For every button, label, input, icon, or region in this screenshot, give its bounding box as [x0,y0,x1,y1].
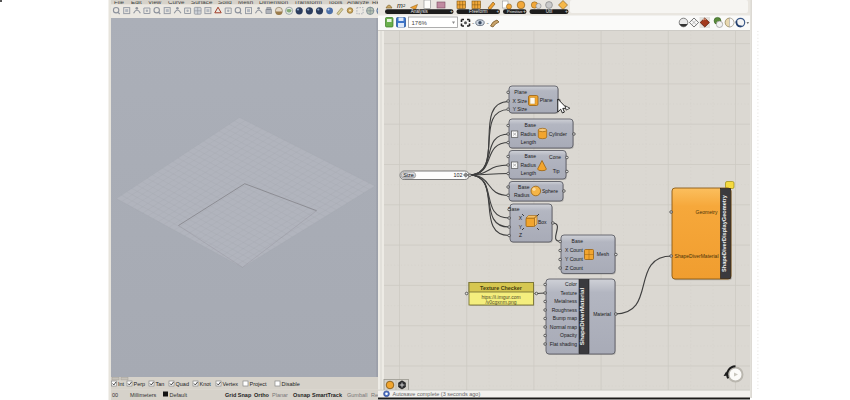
svg-text:Length: Length [521,139,537,145]
svg-text:Color: Color [565,281,577,287]
svg-text:m²: m² [397,2,406,9]
svg-text:Texture: Texture [561,290,578,296]
svg-text:Size: Size [403,172,414,178]
svg-text:Bump map: Bump map [553,315,577,321]
svg-text:Primitive: Primitive [507,9,523,14]
svg-text:Sphere: Sphere [542,188,558,194]
svg-text:Mesh: Mesh [597,251,609,257]
svg-text:176%: 176% [412,20,428,26]
svg-text:Roughness: Roughness [552,307,578,313]
svg-text:Util: Util [546,9,553,14]
svg-text:ShapeDiverDisplayGeometry: ShapeDiverDisplayGeometry [721,194,727,272]
svg-text:Normal map: Normal map [550,324,577,330]
svg-text:Autosave complete (3 seconds a: Autosave complete (3 seconds ago) [393,391,481,397]
svg-text:Geometry: Geometry [696,209,718,215]
svg-text:/v0cgxnm.png: /v0cgxnm.png [485,299,516,305]
svg-text:00: 00 [112,392,118,398]
svg-text:Quad: Quad [176,381,189,387]
svg-text:Radius: Radius [520,131,536,137]
svg-text:Gumball: Gumball [347,392,367,398]
svg-text:Perp: Perp [134,381,146,387]
svg-text:Project: Project [250,381,268,387]
svg-text:Analysis: Analysis [411,9,429,14]
svg-text:Default: Default [170,392,188,398]
svg-text:ShapeDiverMaterial: ShapeDiverMaterial [578,288,585,346]
svg-text:Base: Base [518,184,530,190]
svg-text:Material: Material [593,311,611,317]
svg-text:Millimeters: Millimeters [130,392,157,398]
svg-text:Radius: Radius [520,162,536,168]
svg-text:SmartTrack: SmartTrack [312,392,343,398]
svg-text:Tip: Tip [553,168,560,174]
svg-text:Length: Length [521,170,537,176]
svg-text:Y Count: Y Count [565,256,584,262]
svg-text:Grid Snap: Grid Snap [225,392,252,398]
svg-text:+: + [497,8,500,14]
svg-text:Flat shading: Flat shading [550,341,577,347]
svg-text:Radius: Radius [514,192,530,198]
svg-text:Ortho: Ortho [254,392,270,398]
svg-text:Metalness: Metalness [554,298,577,304]
svg-text:Base: Base [572,238,584,244]
svg-text:Knot: Knot [200,381,212,387]
svg-text:Cone: Cone [549,154,561,160]
svg-text:+: + [523,8,526,14]
svg-text:Texture Checker: Texture Checker [480,285,523,291]
svg-text:Planar: Planar [272,392,288,398]
svg-text:Disable: Disable [282,381,300,387]
svg-text:Osnap: Osnap [293,392,311,398]
svg-text:Plane: Plane [514,89,527,95]
svg-text:Box: Box [538,219,547,225]
svg-text:Plane: Plane [540,97,553,103]
svg-text:+: + [565,8,568,14]
svg-text:Base: Base [525,153,537,159]
svg-text:Freeform: Freeform [469,9,488,14]
svg-text:Y Size: Y Size [513,106,528,112]
svg-text:Tan: Tan [156,381,165,387]
svg-text:Z: Z [519,232,522,238]
svg-text:Int: Int [118,381,125,387]
svg-text:Base: Base [525,122,537,128]
svg-text:X Count: X Count [565,247,584,253]
svg-text:Z Count: Z Count [565,265,583,271]
svg-text:Vertex: Vertex [223,381,239,387]
svg-text:102: 102 [454,172,463,178]
svg-text:Cylinder: Cylinder [549,131,568,137]
svg-text:X Size: X Size [513,98,528,104]
svg-text:ShapeDiverMaterial: ShapeDiverMaterial [675,253,719,259]
svg-text:+: + [450,8,453,14]
svg-text:Opacity: Opacity [560,332,577,338]
